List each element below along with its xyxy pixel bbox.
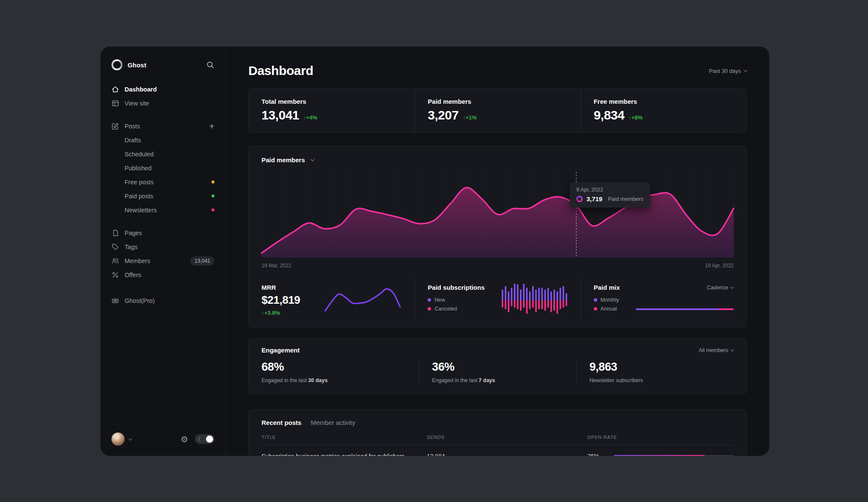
new-dot — [428, 298, 431, 302]
chevron-down-icon — [731, 348, 734, 351]
table-header: TITLE SENDS OPEN RATE — [262, 435, 734, 445]
sidebar-item-members[interactable]: Members 13,041 — [111, 254, 214, 268]
audience-selector[interactable]: All members — [699, 347, 734, 353]
post-sends: 12,984 — [427, 453, 587, 456]
free-posts-dot — [211, 180, 214, 183]
home-icon — [111, 86, 119, 93]
chevron-down-icon — [731, 285, 734, 288]
member-stats-card: Total members 13,041↑+4% Paid members 3,… — [248, 88, 747, 133]
annual-bar-segment — [719, 308, 734, 310]
edit-icon — [111, 122, 119, 130]
search-icon[interactable] — [206, 61, 214, 69]
app-window: Ghost Dashboard View site Posts + Dra — [100, 47, 769, 456]
chevron-down-icon — [744, 68, 747, 72]
table-row[interactable]: Subscription business metrics explained … — [262, 445, 734, 456]
engagement-title: Engagement — [262, 347, 699, 354]
paid-members-delta: ↑+1% — [463, 114, 477, 121]
chart-title: Paid members — [262, 156, 305, 164]
monthly-dot — [594, 298, 597, 302]
sidebar-item-newsletters[interactable]: Newsletters — [111, 203, 214, 217]
settings-gear-icon[interactable]: ⚙ — [181, 435, 188, 444]
page-icon — [111, 229, 119, 237]
total-members-delta: ↑+4% — [303, 114, 317, 121]
paid-subscriptions-label: Paid subscriptions — [428, 284, 501, 291]
free-members-delta: ↑+8% — [629, 114, 643, 121]
mrr-sparkline-svg — [323, 287, 402, 313]
date-range-selector[interactable]: Past 30 days — [709, 68, 747, 74]
engagement-7-days: 36% Engaged in the last7 days — [419, 361, 576, 383]
free-members-value: 9,834 — [594, 108, 625, 122]
sidebar-item-view-site[interactable]: View site — [111, 96, 214, 110]
engagement-30-days: 68% Engaged in the last30 days — [262, 361, 419, 383]
moon-icon: ☾ — [198, 436, 203, 442]
sidebar-item-pages[interactable]: Pages — [111, 226, 214, 240]
browser-icon — [111, 100, 119, 107]
paid-mix-section: Paid mix Cadence Monthly Annual — [581, 278, 746, 320]
sidebar-item-offers[interactable]: Offers — [111, 268, 214, 282]
tab-recent-posts[interactable]: Recent posts — [262, 419, 301, 426]
page-header: Dashboard Past 30 days — [248, 64, 747, 78]
stat-total-members: Total members 13,041↑+4% — [249, 89, 415, 133]
tab-member-activity[interactable]: Member activity — [311, 419, 355, 426]
page-title: Dashboard — [248, 64, 709, 78]
members-icon — [111, 257, 119, 265]
sidebar-item-drafts[interactable]: Drafts — [111, 133, 214, 147]
sidebar-item-posts[interactable]: Posts + — [111, 119, 214, 133]
tooltip-ring-icon — [576, 196, 583, 202]
mrr-section: MRR $21,819 ↑+3.8% — [249, 278, 415, 320]
paid-members-plot[interactable]: 9 Apr, 2022 3,719 Paid members — [262, 172, 734, 258]
mrr-value: $21,819 — [262, 294, 323, 307]
new-post-icon[interactable]: + — [209, 122, 214, 130]
sidebar-item-free-posts[interactable]: Free posts — [111, 175, 214, 189]
paid-subscriptions-section: Paid subscriptions New Canceled — [415, 278, 580, 320]
mrr-label: MRR — [262, 284, 323, 291]
ghost-pro-icon — [111, 297, 119, 305]
recent-posts-card: Recent posts Member activity TITLE SENDS… — [248, 409, 747, 456]
brand-row: Ghost — [111, 58, 214, 72]
paid-mix-label: Paid mix — [594, 284, 707, 291]
sidebar: Ghost Dashboard View site Posts + Dra — [100, 47, 226, 456]
ghost-logo-icon — [111, 59, 122, 70]
x-axis-end-label: 19 Apr, 2022 — [705, 263, 734, 269]
desktop: { "colors": { "accent_purple": "#8552f6"… — [0, 0, 868, 502]
stat-paid-members: Paid members 3,207↑+1% — [415, 89, 580, 133]
user-avatar[interactable] — [111, 433, 125, 446]
paid-members-area-svg — [262, 172, 734, 258]
sidebar-item-tags[interactable]: Tags — [111, 240, 214, 254]
x-axis-start-label: 19 Mar, 2022 — [262, 263, 291, 269]
chart-tooltip: 9 Apr, 2022 3,719 Paid members — [570, 182, 650, 208]
newsletter-subscribers: 9,863 Newsletter subscribers — [576, 361, 734, 383]
site-name: Ghost — [128, 61, 206, 69]
toggle-knob — [206, 435, 213, 443]
paid-posts-dot — [211, 194, 214, 197]
sidebar-item-paid-posts[interactable]: Paid posts — [111, 189, 214, 203]
cadence-selector[interactable]: Cadence — [707, 285, 734, 291]
sidebar-item-ghost-pro[interactable]: Ghost(Pro) — [111, 294, 214, 308]
paid-subscriptions-bars-svg — [501, 284, 568, 314]
open-rate-bar — [614, 455, 734, 456]
annual-dot — [594, 307, 597, 311]
newsletters-dot — [211, 208, 214, 211]
post-title: Subscription business metrics explained … — [262, 453, 427, 456]
user-menu-chevron-icon[interactable] — [128, 436, 133, 441]
sidebar-item-dashboard[interactable]: Dashboard — [111, 82, 214, 96]
chart-metric-chevron-icon[interactable] — [310, 157, 314, 161]
dark-mode-toggle[interactable]: ☾ — [195, 434, 214, 444]
sidebar-item-scheduled[interactable]: Scheduled — [111, 147, 214, 161]
sidebar-footer: ⚙ ☾ — [111, 433, 214, 446]
open-rate-fill — [614, 455, 705, 456]
paid-members-chart-card: Paid members 9 Apr, 2022 3,719 Paid memb… — [248, 146, 747, 327]
main-content: Dashboard Past 30 days Total members 13,… — [226, 47, 769, 456]
tag-icon — [111, 243, 119, 251]
sidebar-item-published[interactable]: Published — [111, 161, 214, 175]
post-open-rate: 76% — [587, 453, 614, 456]
paid-members-value: 3,207 — [428, 108, 459, 122]
total-members-value: 13,041 — [262, 108, 299, 122]
stat-free-members: Free members 9,834↑+8% — [581, 89, 746, 133]
engagement-card: Engagement All members 68% Engaged in th… — [248, 338, 747, 394]
members-count-badge: 13,041 — [190, 256, 214, 266]
percent-icon — [111, 271, 119, 279]
canceled-dot — [428, 307, 431, 311]
mrr-delta: ↑+3.8% — [262, 310, 323, 316]
paid-mix-stacked-bar — [636, 308, 734, 310]
